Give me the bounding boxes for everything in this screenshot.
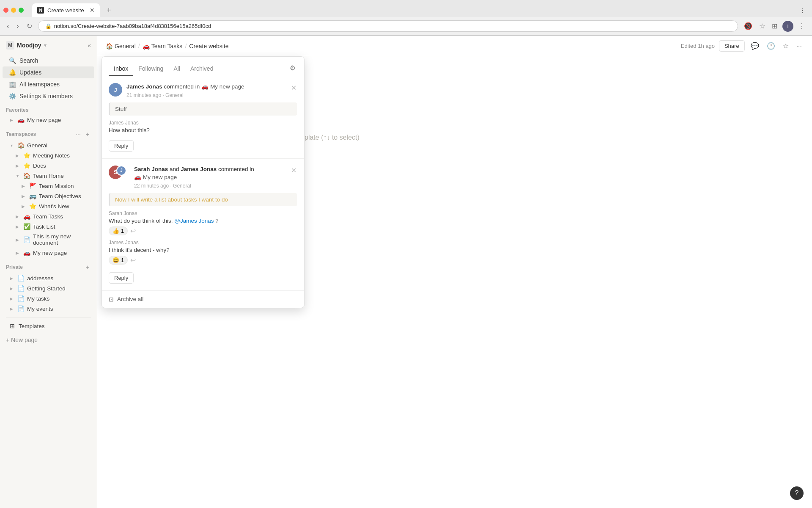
settings-icon: ⚙️ [8, 92, 16, 100]
getting-started-icon: 📄 [17, 285, 25, 292]
favorites-section: Favorites [0, 104, 97, 115]
tab-inbox[interactable]: Inbox [109, 62, 133, 76]
tab-all[interactable]: All [168, 62, 185, 76]
tab-close-icon[interactable]: ✕ [90, 7, 95, 14]
reload-button[interactable]: ↻ [25, 20, 34, 32]
teamspaces-icon: 🏢 [8, 80, 16, 88]
team-tasks-icon: 🚗 [23, 213, 30, 220]
meeting-notes-icon: ⭐ [23, 152, 30, 159]
sidebar-item-meeting-notes[interactable]: ▶ ⭐ Meeting Notes [3, 150, 94, 160]
reply-icon-1[interactable]: ↩ [130, 227, 136, 235]
arrow-icon: ▶ [8, 306, 14, 311]
docs-icon: ⭐ [23, 162, 30, 169]
sidebar-item-new-doc[interactable]: ▶ 📄 This is my new document [3, 232, 94, 248]
teamspaces-add-button[interactable]: + [84, 130, 91, 138]
sidebar-item-my-new-page[interactable]: ▶ 🚗 My new page [3, 248, 94, 258]
share-button[interactable]: Share [719, 40, 745, 52]
general-breadcrumb-icon: 🏠 [106, 43, 113, 50]
tab-title: Create website [47, 7, 84, 14]
bookmark-icon[interactable]: ☆ [757, 20, 767, 32]
breadcrumb: 🏠 General / 🚗 Team Tasks / Create websit… [106, 43, 229, 50]
updates-icon-button[interactable]: 🕐 [765, 40, 777, 52]
arrow-icon: ▶ [14, 224, 20, 229]
notif-close-2[interactable]: ✕ [290, 166, 297, 175]
notif-page-ref-2[interactable]: 🚗 My new page [134, 174, 177, 182]
sidebar-item-getting-started[interactable]: ▶ 📄 Getting Started [3, 283, 94, 293]
private-add-button[interactable]: + [84, 263, 91, 271]
favorite-icon-button[interactable]: ☆ [781, 40, 790, 52]
new-tab-button[interactable]: + [103, 4, 115, 17]
notification-settings-button[interactable]: ⚙ [288, 62, 297, 74]
notif-meta-1: 21 minutes ago · General [126, 92, 286, 98]
notification-panel: Inbox Following All Archived ⚙ J James J… [102, 56, 304, 308]
arrow-icon: ▶ [14, 163, 20, 168]
archive-all-button[interactable]: ⊡ Archive all [102, 291, 304, 308]
arrow-down-icon: ▾ [14, 174, 20, 178]
search-icon: 🔍 [8, 57, 16, 64]
team-home-icon: 🏠 [23, 172, 30, 179]
notif-info-1: James Jonas commented in 🚗 My new page 2… [126, 83, 286, 98]
sidebar-item-updates[interactable]: 🔔 Updates [3, 66, 94, 78]
my-events-icon: 📄 [17, 305, 25, 312]
sidebar-item-whats-new[interactable]: ▶ ⭐ What's New [3, 201, 94, 211]
sidebar-item-search[interactable]: 🔍 Search [3, 55, 94, 66]
new-page-button[interactable]: + New page [0, 334, 97, 345]
screen-share-icon[interactable]: 📵 [742, 20, 754, 32]
notif-co-author-2: James Jonas [181, 166, 217, 172]
extension-icon[interactable]: ⊞ [770, 20, 779, 32]
more-options-button[interactable]: ··· [795, 41, 804, 52]
help-button[interactable]: ? [790, 486, 804, 500]
sidebar-item-team-tasks[interactable]: ▶ 🚗 Team Tasks [3, 211, 94, 221]
comment-author-james2: James Jonas [109, 240, 297, 246]
breadcrumb-team-tasks[interactable]: 🚗 Team Tasks [143, 43, 183, 50]
notif-title-1: James Jonas commented in 🚗 My new page [126, 83, 286, 91]
sidebar-item-docs[interactable]: ▶ ⭐ Docs [3, 160, 94, 171]
forward-button[interactable]: › [15, 21, 20, 32]
window-minimize[interactable] [11, 8, 16, 13]
arrow-icon: ▶ [14, 251, 20, 255]
sidebar-item-task-list[interactable]: ▶ ✅ Task List [3, 221, 94, 232]
sidebar-item-my-events[interactable]: ▶ 📄 My events [3, 304, 94, 314]
addresses-icon: 📄 [17, 275, 25, 282]
breadcrumb-general[interactable]: 🏠 General [106, 43, 136, 50]
notif-close-1[interactable]: ✕ [290, 83, 297, 93]
sidebar-item-templates[interactable]: ⊞ Templates [3, 321, 94, 331]
avatar-stack-2: S J [109, 166, 130, 179]
menu-button[interactable]: ⋮ [797, 20, 807, 32]
notif-reply-button-1[interactable]: Reply [109, 140, 134, 152]
workspace-name[interactable]: M Moodjoy ▾ [6, 41, 47, 50]
back-button[interactable]: ‹ [5, 21, 11, 32]
window-maximize[interactable] [19, 8, 24, 13]
sidebar-item-addresses[interactable]: ▶ 📄 addresses [3, 273, 94, 283]
reaction-thumbsup[interactable]: 👍 1 [109, 226, 128, 235]
notif-page-ref-1[interactable]: 🚗 My new page [201, 83, 244, 91]
address-bar[interactable]: 🔒 notion.so/Create-website-7aab09ba18af4… [38, 20, 738, 32]
arrow-icon: ▶ [20, 184, 26, 188]
sidebar-toggle-button[interactable]: « [88, 42, 91, 49]
sidebar-item-all-teamspaces[interactable]: 🏢 All teamspaces [3, 78, 94, 90]
tab-following[interactable]: Following [133, 62, 168, 76]
window-close[interactable] [3, 8, 8, 13]
reply-icon-2[interactable]: ↩ [130, 256, 136, 264]
notif-meta-2: 22 minutes ago · General [134, 183, 286, 189]
tab-archived[interactable]: Archived [185, 62, 218, 76]
arrow-icon: ▶ [8, 286, 14, 291]
comment-author-sarah: Sarah Jonas [109, 210, 297, 216]
comment-icon-button[interactable]: 💬 [749, 40, 761, 52]
sidebar-item-my-new-page-fav[interactable]: ▶ 🚗 My new page [3, 115, 94, 125]
comment-text-sarah: What do you think of this, @James Jonas … [109, 218, 297, 224]
sidebar-item-team-objectives[interactable]: ▶ 🚌 Team Objectives [3, 191, 94, 201]
sidebar-item-my-tasks[interactable]: ▶ 📄 My tasks [3, 293, 94, 304]
reaction-grin[interactable]: 😄 1 [109, 256, 128, 265]
teamspaces-more-button[interactable]: ··· [74, 130, 82, 138]
sidebar-item-team-mission[interactable]: ▶ 🚩 Team Mission [3, 181, 94, 191]
notif-comment-text-1: How about this? [109, 127, 297, 133]
active-tab[interactable]: N Create website ✕ [32, 3, 100, 17]
sidebar-item-settings[interactable]: ⚙️ Settings & members [3, 90, 94, 102]
profile-icon[interactable]: I [782, 21, 793, 32]
arrow-icon: ▶ [20, 194, 26, 199]
sidebar-item-general[interactable]: ▾ 🏠 General [3, 140, 94, 150]
whats-new-icon: ⭐ [29, 203, 36, 210]
sidebar-item-team-home[interactable]: ▾ 🏠 Team Home [3, 171, 94, 181]
notif-reply-button-2[interactable]: Reply [109, 272, 134, 284]
